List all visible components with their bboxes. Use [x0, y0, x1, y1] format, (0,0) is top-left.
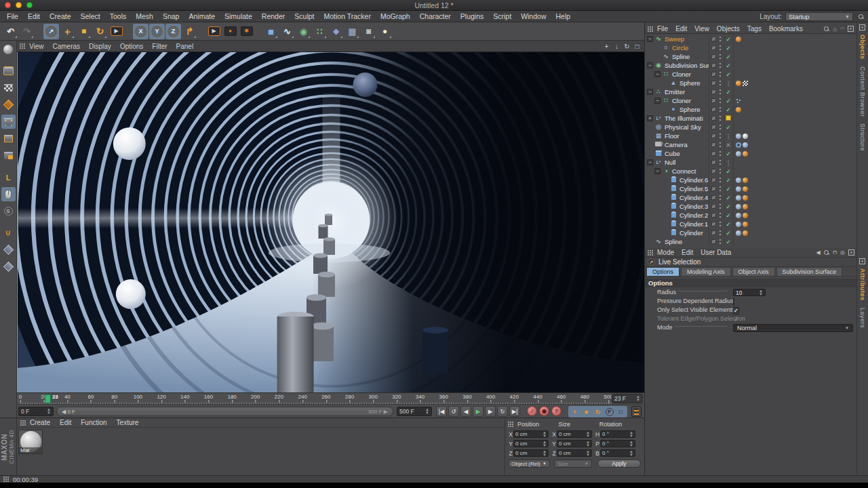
material-tag[interactable] [743, 134, 748, 139]
phong-tag[interactable] [736, 107, 741, 113]
key-rotation-toggle[interactable]: ↻ [593, 407, 603, 417]
render-picture-viewer-icon[interactable]: ● [222, 24, 238, 39]
material-menu-edit[interactable]: Edit [60, 419, 71, 426]
stepper-icon[interactable]: ▲▼ [629, 450, 633, 457]
tree-row-camera[interactable]: Camera✕ [645, 140, 857, 149]
enable-toggle[interactable]: ⋮ [724, 159, 732, 166]
menu-create[interactable]: Create [50, 12, 71, 20]
points-mode-icon[interactable] [1, 115, 16, 129]
target-tag[interactable] [736, 142, 741, 148]
om-search-icon[interactable] [824, 26, 829, 32]
phong-tag[interactable] [743, 204, 748, 209]
range-slider-start-grip[interactable]: ◀ 0 F [62, 409, 75, 415]
move-icon[interactable]: + [60, 24, 75, 39]
range-end-field[interactable]: 500 F ▲▼ [397, 407, 432, 416]
visibility-dots[interactable] [719, 133, 722, 139]
visibility-dots[interactable] [719, 203, 722, 209]
stepper-icon[interactable]: ▲▼ [629, 431, 633, 438]
lock-y-axis-button[interactable]: Y [149, 24, 165, 39]
phong-tag[interactable] [743, 178, 748, 183]
layer-box[interactable] [711, 230, 716, 235]
stepper-icon[interactable]: ▲▼ [425, 408, 429, 415]
viewport-menu-options[interactable]: Options [120, 43, 143, 50]
enable-toggle[interactable]: ✓ [724, 212, 732, 219]
visibility-dots[interactable] [719, 45, 722, 51]
enable-toggle[interactable]: ✓ [724, 168, 732, 175]
visibility-dots[interactable] [719, 195, 722, 201]
tab-modeling-axis[interactable]: Modeling Axis [681, 267, 731, 276]
particles-tag[interactable] [736, 98, 741, 104]
stepper-icon[interactable]: ▲▼ [586, 450, 590, 457]
enable-toggle[interactable]: ✓ [724, 150, 732, 157]
enable-toggle[interactable]: ✓ [724, 221, 732, 228]
collapse-icon[interactable]: − [654, 98, 660, 104]
menu-character[interactable]: Character [420, 12, 451, 20]
undo-icon[interactable]: ↶ [3, 24, 18, 39]
menu-motion-tracker[interactable]: Motion Tracker [323, 12, 370, 20]
compositing-tag[interactable] [736, 230, 741, 236]
tree-row-cylinder[interactable]: Cylinder✓ [645, 228, 857, 237]
viewport-menu-display[interactable]: Display [89, 43, 111, 50]
panel-tab-layers[interactable]: Layers [859, 304, 866, 331]
timeline-playhead[interactable] [45, 394, 51, 403]
make-editable-icon[interactable] [1, 42, 16, 56]
phong-tag[interactable] [743, 151, 748, 157]
viewport-3d-scene[interactable] [17, 52, 644, 392]
om-menu-file[interactable]: File [657, 25, 668, 33]
am-lock-icon[interactable]: ⊓ [833, 249, 837, 256]
coordinate-field-position-x[interactable]: 0 cm▲▼ [513, 430, 549, 438]
tree-row-spline[interactable]: ∿Spline✓ [645, 237, 857, 246]
add-environment-icon[interactable]: ▦ [344, 24, 360, 39]
key-parameter-toggle[interactable]: P [604, 407, 614, 417]
om-menu-bookmarks[interactable]: Bookmarks [769, 25, 803, 33]
enable-toggle[interactable]: ✓ [724, 203, 732, 210]
layer-box[interactable] [711, 134, 716, 138]
lock-workplane-icon[interactable] [1, 243, 16, 257]
visibility-dots[interactable] [719, 159, 722, 165]
visibility-dots[interactable] [719, 71, 722, 77]
tree-row-sphere[interactable]: ●Sphere✓ [645, 105, 857, 114]
lock-x-axis-button[interactable]: X [133, 24, 149, 39]
layer-box[interactable] [711, 222, 716, 226]
coordinate-field-rotation-b[interactable]: 0 °▲▼ [600, 449, 635, 457]
viewport-solo-icon[interactable]: S [1, 204, 16, 218]
timeline-ruler[interactable]: 0204060801001201401601802002202402602803… [17, 392, 644, 404]
layout-select[interactable]: Startup ▼ [785, 12, 853, 21]
phong-tag[interactable] [743, 186, 748, 192]
checkbox[interactable]: ✓ [733, 307, 739, 314]
material-menu-create[interactable]: Create [30, 419, 50, 426]
model-mode-icon[interactable] [1, 64, 16, 78]
tree-row-the-illuminati[interactable]: +LºThe Illuminati [645, 114, 857, 123]
compositing-tag[interactable] [743, 142, 748, 148]
coordinate-field-size-x[interactable]: 0 cm▲▼ [557, 430, 592, 438]
key-pla-toggle[interactable]: ∷ [616, 407, 626, 417]
enable-toggle[interactable]: ✓ [724, 177, 732, 184]
size-mode-select[interactable]: Size▼ [554, 460, 592, 468]
commander-search-icon[interactable] [859, 14, 864, 20]
tree-row-subdivision-surface[interactable]: −◉Subdivision Surface✓ [645, 61, 857, 70]
add-generator-icon[interactable]: ◉ [296, 24, 311, 39]
collapse-icon[interactable]: − [647, 36, 653, 42]
next-frame-button[interactable]: ▶ [485, 406, 496, 417]
layer-box[interactable] [711, 125, 716, 129]
pan-view-icon[interactable]: + [602, 43, 611, 50]
tree-row-sweep[interactable]: −∿Sweep✓ [645, 35, 857, 43]
am-back-icon[interactable]: ◀ [816, 249, 821, 256]
panel-add-icon[interactable]: + [859, 24, 865, 30]
enable-quantizing-icon[interactable]: ∪ [1, 226, 16, 240]
coordinate-field-position-y[interactable]: 0 cm▲▼ [513, 440, 549, 447]
panel-tab-structure[interactable]: Structure [859, 120, 866, 155]
phong-tag[interactable] [743, 230, 748, 236]
menu-simulate[interactable]: Simulate [224, 12, 252, 20]
render-view-icon[interactable]: ▶ [206, 24, 222, 39]
visibility-dots[interactable] [719, 89, 722, 95]
om-eye-icon[interactable]: ◠ [840, 26, 844, 32]
menu-sculpt[interactable]: Sculpt [294, 12, 314, 20]
layer-box[interactable] [711, 81, 716, 85]
layer-box[interactable] [711, 37, 716, 41]
compositing-tag[interactable] [736, 178, 741, 183]
enable-toggle[interactable]: ✓ [724, 62, 732, 69]
tree-row-circle[interactable]: ○Circle✓ [645, 43, 857, 52]
go-to-end-button[interactable]: ▶| [509, 406, 520, 417]
enable-toggle[interactable] [724, 115, 732, 122]
